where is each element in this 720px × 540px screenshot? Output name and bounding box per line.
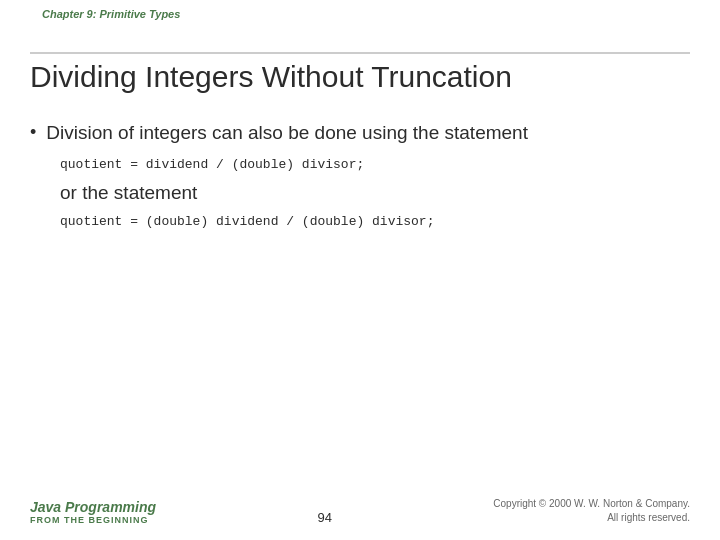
code-block-1: quotient = dividend / (double) divisor; (60, 157, 690, 172)
slide: Chapter 9: Primitive Types Dividing Inte… (0, 0, 720, 540)
bullet-icon: • (30, 122, 36, 143)
footer-copyright: Copyright © 2000 W. W. Norton & Company.… (493, 497, 690, 525)
title-bar: Dividing Integers Without Truncation (30, 52, 690, 94)
chapter-label: Chapter 9: Primitive Types (42, 8, 180, 20)
or-statement: or the statement (60, 182, 690, 204)
bullet-text: Division of integers can also be done us… (46, 120, 528, 147)
copyright-line2: All rights reserved. (607, 512, 690, 523)
code-block-2: quotient = (double) dividend / (double) … (60, 214, 690, 229)
main-title: Dividing Integers Without Truncation (30, 60, 690, 94)
footer-brand: Java Programming (30, 499, 156, 515)
bullet-item: • Division of integers can also be done … (30, 120, 690, 147)
content-area: • Division of integers can also be done … (30, 120, 690, 239)
footer: Java Programming FROM THE BEGINNING 94 C… (30, 497, 690, 525)
footer-left: Java Programming FROM THE BEGINNING (30, 499, 156, 525)
footer-sub: FROM THE BEGINNING (30, 515, 156, 525)
footer-page: 94 (317, 510, 331, 525)
copyright-line1: Copyright © 2000 W. W. Norton & Company. (493, 498, 690, 509)
